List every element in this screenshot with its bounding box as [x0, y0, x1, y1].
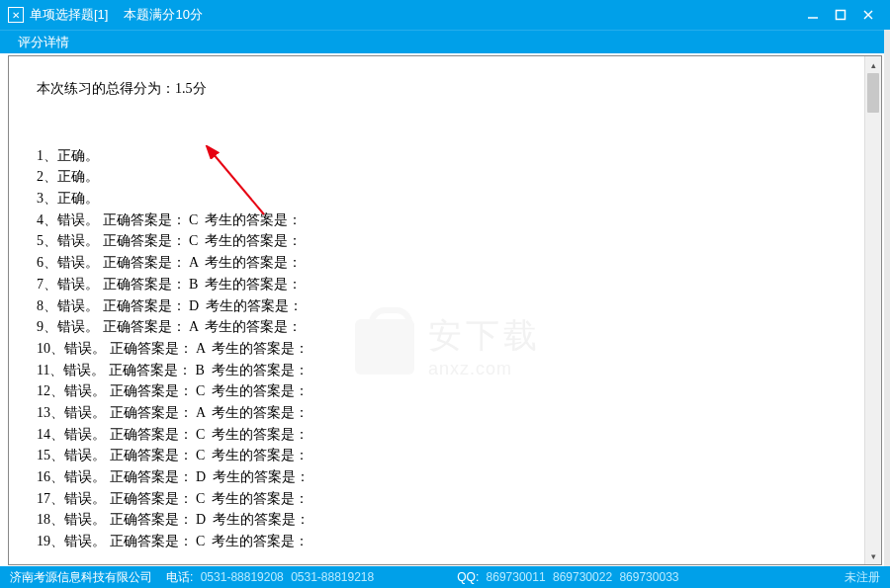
result-row: 14、错误。 正确答案是： C 考生的答案是： — [37, 424, 853, 446]
result-row: 18、错误。 正确答案是： D 考生的答案是： — [37, 509, 853, 531]
close-button[interactable] — [854, 0, 882, 30]
svg-rect-1 — [837, 11, 846, 20]
vertical-scrollbar[interactable]: ▴ ▾ — [864, 56, 881, 564]
results-list: 1、正确。2、正确。3、正确。4、错误。 正确答案是： C 考生的答案是：5、错… — [37, 145, 853, 552]
window-title: 单项选择题[1] — [30, 6, 108, 24]
result-row: 9、错误。 正确答案是： A 考生的答案是： — [37, 316, 853, 338]
result-row: 13、错误。 正确答案是： A 考生的答案是： — [37, 402, 853, 424]
result-row: 11、错误。 正确答案是： B 考生的答案是： — [37, 360, 853, 381]
footer-company: 济南考源信息科技有限公司 — [10, 569, 152, 586]
content-body: 本次练习的总得分为：1.5分 1、正确。2、正确。3、正确。4、错误。 正确答案… — [9, 56, 881, 564]
result-row: 10、错误。 正确答案是： A 考生的答案是： — [37, 338, 853, 360]
result-row: 2、正确。 — [37, 166, 853, 188]
result-row: 17、错误。 正确答案是： C 考生的答案是： — [37, 488, 853, 510]
footer-qq2: 869730022 — [553, 570, 612, 584]
footer-phone-label: 电话: — [166, 570, 193, 584]
app-icon-glyph: ✕ — [12, 10, 20, 21]
footer-qq1: 869730011 — [487, 570, 546, 584]
footer-qq-label: QQ: — [457, 570, 479, 584]
app-icon: ✕ — [8, 7, 24, 23]
content-panel: 本次练习的总得分为：1.5分 1、正确。2、正确。3、正确。4、错误。 正确答案… — [8, 55, 882, 565]
result-row: 3、正确。 — [37, 188, 853, 210]
scroll-up-button[interactable]: ▴ — [865, 56, 881, 73]
total-score-line: 本次练习的总得分为：1.5分 — [37, 78, 853, 100]
result-row: 12、错误。 正确答案是： C 考生的答案是： — [37, 380, 853, 402]
result-row: 8、错误。 正确答案是： D 考生的答案是： — [37, 295, 853, 317]
footer-qq3: 869730033 — [619, 570, 678, 584]
result-row: 19、错误。 正确答案是： C 考生的答案是： — [37, 531, 853, 552]
minimize-button[interactable] — [799, 0, 827, 30]
subheader: 评分详情 — [0, 30, 890, 53]
titlebar: ✕ 单项选择题[1] 本题满分10分 — [0, 0, 890, 30]
scroll-down-button[interactable]: ▾ — [865, 547, 881, 564]
result-row: 1、正确。 — [37, 145, 853, 167]
result-row: 5、错误。 正确答案是： C 考生的答案是： — [37, 230, 853, 252]
scroll-thumb[interactable] — [867, 73, 879, 113]
result-row: 6、错误。 正确答案是： A 考生的答案是： — [37, 252, 853, 274]
result-row: 16、错误。 正确答案是： D 考生的答案是： — [37, 466, 853, 488]
subheader-label: 评分详情 — [18, 34, 69, 51]
maximize-button[interactable] — [827, 0, 854, 30]
status-bar: 济南考源信息科技有限公司 电话: 0531-88819208 0531-8881… — [0, 566, 890, 588]
footer-register-status: 未注册 — [845, 569, 880, 586]
result-row: 4、错误。 正确答案是： C 考生的答案是： — [37, 210, 853, 231]
result-row: 7、错误。 正确答案是： B 考生的答案是： — [37, 274, 853, 295]
footer-phone2: 0531-88819218 — [291, 570, 374, 584]
window-right-edge — [884, 30, 890, 566]
window-subtitle: 本题满分10分 — [124, 6, 202, 24]
footer-phone1: 0531-88819208 — [201, 570, 284, 584]
result-row: 15、错误。 正确答案是： C 考生的答案是： — [37, 445, 853, 466]
